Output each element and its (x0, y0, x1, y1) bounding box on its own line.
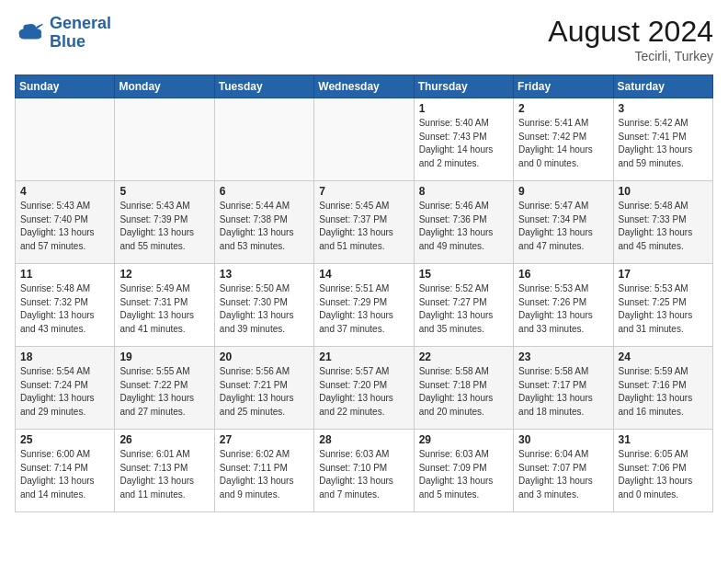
calendar-day: 5Sunrise: 5:43 AMSunset: 7:39 PMDaylight… (115, 181, 214, 264)
day-number: 30 (518, 433, 608, 446)
day-info: Sunrise: 6:05 AMSunset: 7:06 PMDaylight:… (619, 448, 708, 501)
calendar-day: 14Sunrise: 5:51 AMSunset: 7:29 PMDayligh… (314, 264, 414, 347)
day-info: Sunrise: 5:58 AMSunset: 7:18 PMDaylight:… (419, 365, 508, 419)
logo: General Blue (15, 15, 111, 52)
logo-line1: General (50, 14, 111, 32)
day-info: Sunrise: 5:45 AMSunset: 7:37 PMDaylight:… (319, 200, 408, 253)
day-number: 31 (619, 433, 708, 446)
day-number: 25 (20, 433, 109, 446)
calendar-day: 3Sunrise: 5:42 AMSunset: 7:41 PMDaylight… (613, 98, 712, 181)
day-number: 27 (220, 433, 309, 446)
calendar-day: 7Sunrise: 5:45 AMSunset: 7:37 PMDaylight… (314, 181, 414, 264)
day-info: Sunrise: 6:00 AMSunset: 7:14 PMDaylight:… (20, 448, 109, 501)
day-number: 17 (619, 268, 708, 281)
calendar-day: 16Sunrise: 5:53 AMSunset: 7:26 PMDayligh… (514, 264, 613, 347)
calendar-day: 30Sunrise: 6:04 AMSunset: 7:07 PMDayligh… (514, 430, 613, 512)
day-info: Sunrise: 6:01 AMSunset: 7:13 PMDaylight:… (119, 448, 209, 501)
calendar-week-2: 4Sunrise: 5:43 AMSunset: 7:40 PMDaylight… (16, 181, 713, 264)
day-info: Sunrise: 5:55 AMSunset: 7:22 PMDaylight:… (119, 365, 209, 419)
day-info: Sunrise: 6:03 AMSunset: 7:10 PMDaylight:… (319, 448, 408, 501)
day-info: Sunrise: 5:58 AMSunset: 7:17 PMDaylight:… (518, 365, 608, 419)
calendar-day: 27Sunrise: 6:02 AMSunset: 7:11 PMDayligh… (214, 430, 313, 512)
day-number: 26 (119, 433, 209, 446)
day-info: Sunrise: 5:54 AMSunset: 7:24 PMDaylight:… (20, 365, 109, 419)
day-info: Sunrise: 5:49 AMSunset: 7:31 PMDaylight:… (119, 282, 209, 336)
title-block: August 2024 Tecirli, Turkey (548, 15, 713, 63)
weekday-header-tuesday: Tuesday (214, 75, 313, 98)
day-number: 8 (419, 185, 508, 198)
day-info: Sunrise: 5:56 AMSunset: 7:21 PMDaylight:… (220, 365, 309, 419)
calendar-day: 13Sunrise: 5:50 AMSunset: 7:30 PMDayligh… (214, 264, 313, 347)
calendar-day: 4Sunrise: 5:43 AMSunset: 7:40 PMDaylight… (16, 181, 115, 264)
calendar-day: 24Sunrise: 5:59 AMSunset: 7:16 PMDayligh… (613, 347, 712, 430)
day-info: Sunrise: 5:57 AMSunset: 7:20 PMDaylight:… (319, 365, 408, 419)
day-info: Sunrise: 5:53 AMSunset: 7:26 PMDaylight:… (518, 282, 608, 336)
calendar-day: 18Sunrise: 5:54 AMSunset: 7:24 PMDayligh… (16, 347, 115, 430)
day-number: 1 (419, 102, 508, 115)
day-info: Sunrise: 5:48 AMSunset: 7:33 PMDaylight:… (619, 200, 708, 253)
calendar-day: 10Sunrise: 5:48 AMSunset: 7:33 PMDayligh… (613, 181, 712, 264)
day-info: Sunrise: 5:43 AMSunset: 7:39 PMDaylight:… (119, 200, 209, 253)
day-info: Sunrise: 6:04 AMSunset: 7:07 PMDaylight:… (518, 448, 608, 501)
calendar-day: 20Sunrise: 5:56 AMSunset: 7:21 PMDayligh… (214, 347, 313, 430)
calendar-day: 23Sunrise: 5:58 AMSunset: 7:17 PMDayligh… (514, 347, 613, 430)
day-number: 2 (518, 102, 608, 115)
day-number: 20 (220, 350, 309, 363)
day-info: Sunrise: 5:59 AMSunset: 7:16 PMDaylight:… (619, 365, 708, 419)
day-number: 18 (20, 350, 109, 363)
day-number: 21 (319, 350, 408, 363)
weekday-header-saturday: Saturday (613, 75, 712, 98)
logo-line2: Blue (50, 32, 85, 51)
day-info: Sunrise: 5:40 AMSunset: 7:43 PMDaylight:… (419, 117, 508, 170)
day-info: Sunrise: 6:03 AMSunset: 7:09 PMDaylight:… (419, 448, 508, 501)
day-info: Sunrise: 5:43 AMSunset: 7:40 PMDaylight:… (20, 200, 109, 253)
calendar-day: 1Sunrise: 5:40 AMSunset: 7:43 PMDaylight… (414, 98, 513, 181)
weekday-header-monday: Monday (115, 75, 214, 98)
calendar-day: 28Sunrise: 6:03 AMSunset: 7:10 PMDayligh… (314, 430, 414, 512)
day-number: 22 (419, 350, 508, 363)
calendar-week-1: 1Sunrise: 5:40 AMSunset: 7:43 PMDaylight… (16, 98, 713, 181)
day-number: 6 (220, 185, 309, 198)
day-number: 7 (319, 185, 408, 198)
calendar-week-4: 18Sunrise: 5:54 AMSunset: 7:24 PMDayligh… (16, 347, 713, 430)
calendar-day: 19Sunrise: 5:55 AMSunset: 7:22 PMDayligh… (115, 347, 214, 430)
day-info: Sunrise: 5:51 AMSunset: 7:29 PMDaylight:… (319, 282, 408, 336)
weekday-header-friday: Friday (514, 75, 613, 98)
weekday-header-sunday: Sunday (16, 75, 115, 98)
day-number: 4 (20, 185, 109, 198)
day-number: 9 (518, 185, 608, 198)
calendar-day: 8Sunrise: 5:46 AMSunset: 7:36 PMDaylight… (414, 181, 513, 264)
calendar-day: 31Sunrise: 6:05 AMSunset: 7:06 PMDayligh… (613, 430, 712, 512)
day-info: Sunrise: 5:46 AMSunset: 7:36 PMDaylight:… (419, 200, 508, 253)
calendar-day: 15Sunrise: 5:52 AMSunset: 7:27 PMDayligh… (414, 264, 513, 347)
calendar-day: 2Sunrise: 5:41 AMSunset: 7:42 PMDaylight… (514, 98, 613, 181)
calendar-week-3: 11Sunrise: 5:48 AMSunset: 7:32 PMDayligh… (16, 264, 713, 347)
calendar-day (115, 98, 214, 181)
calendar-day: 17Sunrise: 5:53 AMSunset: 7:25 PMDayligh… (613, 264, 712, 347)
calendar-day: 25Sunrise: 6:00 AMSunset: 7:14 PMDayligh… (16, 430, 115, 512)
day-info: Sunrise: 5:47 AMSunset: 7:34 PMDaylight:… (518, 200, 608, 253)
calendar-day: 11Sunrise: 5:48 AMSunset: 7:32 PMDayligh… (16, 264, 115, 347)
day-info: Sunrise: 5:44 AMSunset: 7:38 PMDaylight:… (220, 200, 309, 253)
calendar-day: 26Sunrise: 6:01 AMSunset: 7:13 PMDayligh… (115, 430, 214, 512)
day-number: 5 (119, 185, 209, 198)
day-number: 13 (220, 268, 309, 281)
calendar-day (314, 98, 414, 181)
day-info: Sunrise: 6:02 AMSunset: 7:11 PMDaylight:… (220, 448, 309, 501)
day-number: 15 (419, 268, 508, 281)
calendar-day: 12Sunrise: 5:49 AMSunset: 7:31 PMDayligh… (115, 264, 214, 347)
day-number: 24 (619, 350, 708, 363)
calendar-day: 6Sunrise: 5:44 AMSunset: 7:38 PMDaylight… (214, 181, 313, 264)
day-number: 3 (619, 102, 708, 115)
day-number: 23 (518, 350, 608, 363)
weekday-header-row: SundayMondayTuesdayWednesdayThursdayFrid… (16, 75, 713, 98)
calendar-day: 9Sunrise: 5:47 AMSunset: 7:34 PMDaylight… (514, 181, 613, 264)
day-info: Sunrise: 5:42 AMSunset: 7:41 PMDaylight:… (619, 117, 708, 170)
day-number: 16 (518, 268, 608, 281)
calendar-table: SundayMondayTuesdayWednesdayThursdayFrid… (15, 75, 713, 512)
calendar-day (16, 98, 115, 181)
day-info: Sunrise: 5:41 AMSunset: 7:42 PMDaylight:… (518, 117, 608, 170)
day-number: 14 (319, 268, 408, 281)
day-info: Sunrise: 5:48 AMSunset: 7:32 PMDaylight:… (20, 282, 109, 336)
day-number: 11 (20, 268, 109, 281)
